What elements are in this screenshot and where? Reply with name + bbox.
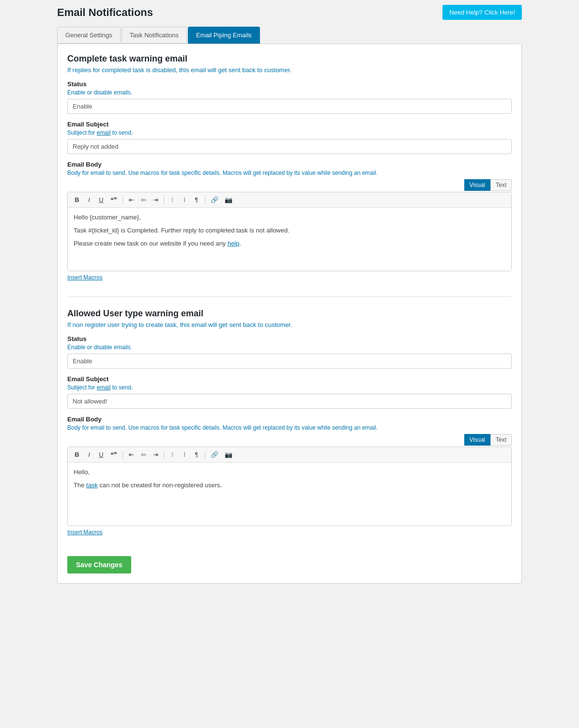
status-input-2[interactable]	[67, 354, 512, 369]
body-hint-1: Body for email to send. Use macros for t…	[67, 170, 512, 176]
subject-field-1: Email Subject Subject for email to send.	[67, 121, 512, 154]
status-label-1: Status	[67, 80, 512, 88]
editor-body-1[interactable]: Hello {customer_name}, Task #{ticket_id}…	[68, 208, 511, 271]
editor-toolbar-2: B I U ❝❞ ⇤ ⇦ ⇥ ⁝ ⁞ ¶ 🔗 📷	[68, 447, 511, 463]
sep-1c	[205, 196, 205, 204]
content-area: Complete task warning email If replies f…	[57, 44, 522, 584]
editor-container-2: B I U ❝❞ ⇤ ⇦ ⇥ ⁝ ⁞ ¶ 🔗 📷	[67, 447, 512, 526]
visual-btn-2[interactable]: Visual	[464, 434, 490, 446]
subject-hint-2: Subject for email to send.	[67, 384, 512, 391]
quote-btn-2[interactable]: ❝❞	[108, 449, 120, 460]
editor-line-2b: The task can not be created for non-regi…	[74, 480, 505, 491]
italic-btn-1[interactable]: I	[84, 195, 94, 205]
ol-btn-1[interactable]: ⁞	[179, 195, 190, 205]
sep-1b	[164, 196, 164, 204]
section-complete-task: Complete task warning email If replies f…	[67, 54, 512, 281]
ul-btn-1[interactable]: ⁝	[167, 195, 178, 205]
align-left-btn-1[interactable]: ⇤	[126, 195, 137, 205]
image-btn-2[interactable]: 📷	[222, 449, 235, 460]
section-allowed-user-title: Allowed User type warning email	[67, 309, 512, 319]
sep-1a	[122, 196, 123, 204]
align-left-btn-2[interactable]: ⇤	[126, 449, 137, 460]
view-toggle-1: Visual Text	[464, 179, 512, 191]
sep-2c	[205, 451, 205, 459]
body-hint-2: Body for email to send. Use macros for t…	[67, 424, 512, 431]
editor-line-1a: Hello {customer_name},	[74, 213, 505, 223]
subject-hint-1: Subject for email to send.	[67, 129, 512, 136]
image-btn-1[interactable]: 📷	[222, 195, 235, 205]
text-btn-1[interactable]: Text	[490, 179, 512, 191]
bold-btn-1[interactable]: B	[72, 195, 82, 205]
align-center-btn-1[interactable]: ⇦	[138, 195, 149, 205]
editor-toolbar-1: B I U ❝❞ ⇤ ⇦ ⇥ ⁝ ⁞ ¶ 🔗 📷	[68, 192, 511, 208]
editor-line-2a: Hello,	[74, 467, 505, 478]
editor-line-1c: Please create new task on our website if…	[74, 239, 505, 249]
status-hint-2: Enable or disable emails.	[67, 344, 512, 351]
underline-btn-1[interactable]: U	[96, 195, 107, 205]
subject-field-2: Email Subject Subject for email to send.	[67, 375, 512, 409]
align-right-btn-2[interactable]: ⇥	[150, 449, 161, 460]
editor-container-1: B I U ❝❞ ⇤ ⇦ ⇥ ⁝ ⁞ ¶ 🔗 📷	[67, 192, 512, 271]
link-btn-1[interactable]: 🔗	[208, 195, 221, 205]
italic-btn-2[interactable]: I	[84, 449, 94, 460]
status-label-2: Status	[67, 335, 512, 342]
tab-general-settings[interactable]: General Settings	[57, 27, 121, 44]
tabs-bar: General Settings Task Notifications Emai…	[57, 27, 522, 44]
para-btn-1[interactable]: ¶	[191, 195, 202, 205]
subject-input-2[interactable]	[67, 394, 512, 409]
view-toggle-row-1: Visual Text	[67, 179, 512, 191]
ul-btn-2[interactable]: ⁝	[167, 449, 178, 460]
tab-task-notifications[interactable]: Task Notifications	[122, 27, 187, 44]
para-btn-2[interactable]: ¶	[191, 449, 202, 460]
section-allowed-user-desc: If non register user trying to create ta…	[67, 321, 512, 328]
underline-btn-2[interactable]: U	[96, 449, 107, 460]
link-btn-2[interactable]: 🔗	[208, 449, 221, 460]
view-toggle-2: Visual Text	[464, 434, 512, 446]
subject-label-1: Email Subject	[67, 121, 512, 128]
ol-btn-2[interactable]: ⁞	[179, 449, 190, 460]
subject-input-1[interactable]	[67, 139, 512, 154]
quote-btn-1[interactable]: ❝❞	[108, 195, 120, 205]
section-allowed-user: Allowed User type warning email If non r…	[67, 309, 512, 536]
visual-btn-1[interactable]: Visual	[464, 179, 490, 191]
save-changes-button[interactable]: Save Changes	[67, 556, 131, 573]
status-field-1: Status Enable or disable emails.	[67, 80, 512, 114]
status-hint-1: Enable or disable emails.	[67, 89, 512, 96]
body-label-1: Email Body	[67, 161, 512, 168]
bold-btn-2[interactable]: B	[72, 449, 82, 460]
body-field-1: Email Body Body for email to send. Use m…	[67, 161, 512, 281]
page-header: Email Notifications Need Help? Click Her…	[57, 5, 522, 20]
editor-line-1b: Task #{ticket_id} is Completed. Further …	[74, 226, 505, 236]
view-toggle-row-2: Visual Text	[67, 434, 512, 446]
page-title: Email Notifications	[57, 6, 153, 19]
page-wrapper: Email Notifications Need Help? Click Her…	[52, 0, 527, 593]
section-complete-task-title: Complete task warning email	[67, 54, 512, 64]
editor-body-2[interactable]: Hello, The task can not be created for n…	[68, 463, 511, 526]
sep-2a	[122, 451, 123, 459]
align-right-btn-1[interactable]: ⇥	[150, 195, 161, 205]
section-divider	[67, 296, 512, 297]
section-complete-task-desc: If replies for completed task is disable…	[67, 66, 512, 74]
insert-macros-1[interactable]: Insert Macros	[67, 274, 103, 281]
align-center-btn-2[interactable]: ⇦	[138, 449, 149, 460]
body-field-2: Email Body Body for email to send. Use m…	[67, 416, 512, 536]
status-field-2: Status Enable or disable emails.	[67, 335, 512, 369]
help-button[interactable]: Need Help? Click Here!	[442, 5, 522, 20]
status-input-1[interactable]	[67, 99, 512, 114]
body-label-2: Email Body	[67, 416, 512, 423]
text-btn-2[interactable]: Text	[490, 434, 512, 446]
sep-2b	[164, 451, 164, 459]
subject-label-2: Email Subject	[67, 375, 512, 383]
insert-macros-2[interactable]: Insert Macros	[67, 529, 103, 536]
tab-email-piping[interactable]: Email Piping Emails	[188, 27, 260, 44]
